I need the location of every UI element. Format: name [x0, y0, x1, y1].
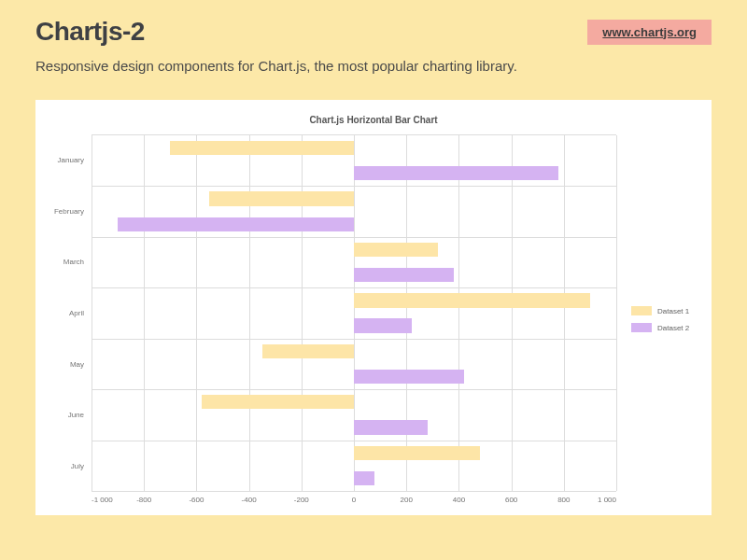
- bar-dataset-1: [354, 293, 590, 307]
- external-link[interactable]: www.chartjs.org: [587, 20, 712, 45]
- bar-dataset-2: [118, 217, 354, 231]
- bar-dataset-2: [354, 268, 454, 282]
- y-tick-label: June: [47, 390, 92, 441]
- y-tick-label: April: [47, 287, 92, 339]
- legend-item[interactable]: Dataset 2: [631, 323, 700, 332]
- legend-item[interactable]: Dataset 1: [631, 306, 700, 315]
- x-tick-label: 1 000: [590, 496, 616, 504]
- bar-dataset-2: [354, 420, 428, 434]
- legend-label: Dataset 2: [657, 324, 689, 332]
- bar-dataset-1: [202, 395, 354, 409]
- y-tick-label: March: [47, 236, 92, 287]
- x-tick-label: 0: [328, 496, 380, 504]
- x-tick-label: 600: [486, 496, 538, 504]
- bar-dataset-2: [354, 370, 464, 384]
- bar-dataset-1: [262, 344, 354, 358]
- y-tick-label: February: [47, 186, 92, 237]
- legend-swatch: [631, 306, 652, 315]
- x-tick-label: -800: [118, 496, 170, 504]
- y-tick-label: July: [47, 441, 92, 492]
- chart-legend: Dataset 1Dataset 2: [616, 134, 700, 504]
- bar-dataset-2: [354, 166, 558, 180]
- bar-dataset-2: [354, 318, 412, 332]
- bar-dataset-1: [170, 141, 354, 155]
- x-tick-label: 200: [380, 496, 432, 504]
- x-tick-label: -600: [170, 496, 222, 504]
- y-tick-label: May: [47, 339, 92, 390]
- x-tick-label: -200: [275, 496, 328, 504]
- y-tick-label: January: [47, 134, 92, 186]
- bar-dataset-1: [354, 243, 438, 257]
- x-tick-label: -400: [223, 496, 275, 504]
- page-subtitle: Responsive design components for Chart.j…: [35, 58, 712, 74]
- bar-dataset-2: [354, 471, 374, 485]
- bar-dataset-1: [354, 446, 480, 460]
- chart-panel: Chart.js Horizontal Bar Chart JanuaryFeb…: [35, 100, 712, 515]
- legend-swatch: [631, 323, 652, 332]
- bar-dataset-1: [209, 191, 354, 205]
- legend-label: Dataset 1: [657, 307, 689, 315]
- page-title: Chartjs-2: [35, 17, 145, 47]
- x-tick-label: 400: [432, 496, 485, 504]
- chart-title: Chart.js Horizontal Bar Chart: [47, 109, 700, 134]
- x-tick-label: -1 000: [92, 496, 118, 504]
- x-tick-label: 800: [538, 496, 590, 504]
